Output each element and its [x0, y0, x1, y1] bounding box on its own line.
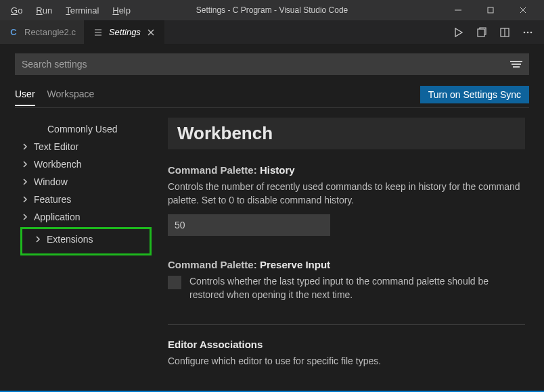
search-settings-input[interactable] [22, 59, 510, 70]
svg-point-15 [530, 31, 532, 33]
setting-editor-associations: Editor Associations Configure which edit… [168, 339, 525, 368]
minimize-button[interactable] [443, 0, 474, 20]
setting-title: Command Palette: History [168, 164, 525, 176]
tree-workbench[interactable]: Workbench [15, 155, 157, 173]
chevron-right-icon [20, 160, 30, 169]
close-button[interactable] [507, 0, 539, 20]
setting-title: Editor Associations [168, 339, 525, 350]
close-icon[interactable] [146, 28, 156, 37]
tree-text-editor[interactable]: Text Editor [15, 138, 157, 155]
run-icon[interactable] [452, 26, 466, 39]
menu-terminal[interactable]: Terminal [60, 3, 104, 18]
menu-help[interactable]: Help [107, 3, 136, 18]
tree-application[interactable]: Application [15, 208, 157, 226]
section-header: Workbench [168, 118, 525, 149]
scope-tab-workspace[interactable]: Workspace [47, 83, 95, 106]
c-lang-icon: C [8, 27, 19, 38]
chevron-right-icon [20, 212, 30, 222]
search-row [0, 44, 544, 82]
tab-settings[interactable]: Settings [85, 20, 164, 44]
svg-point-13 [524, 31, 526, 33]
settings-list-icon [93, 27, 104, 38]
filter-icon[interactable] [510, 58, 522, 70]
svg-rect-10 [478, 29, 484, 36]
tab-label: Settings [109, 27, 141, 37]
chevron-right-icon [33, 235, 43, 244]
separator [168, 324, 525, 325]
chevron-right-icon [20, 195, 30, 204]
window-title: Settings - C Program - Visual Studio Cod… [196, 5, 348, 15]
scope-tab-user[interactable]: User [15, 83, 35, 106]
menu-bar: Go Run Terminal Help [5, 3, 136, 18]
open-settings-json-icon[interactable] [475, 26, 489, 39]
window-controls [443, 0, 539, 20]
menu-go[interactable]: Go [5, 3, 28, 18]
svg-rect-1 [488, 7, 493, 13]
setting-description: Controls the number of recently used com… [168, 180, 525, 207]
svg-marker-9 [455, 28, 462, 36]
setting-title: Command Palette: Preserve Input [168, 259, 525, 270]
tree-features[interactable]: Features [15, 191, 157, 208]
scope-tabs: User Workspace [15, 83, 94, 106]
setting-command-palette-history: Command Palette: History Controls the nu… [168, 164, 525, 236]
tree-window[interactable]: Window [15, 173, 157, 191]
maximize-button[interactable] [475, 0, 506, 20]
tree-extensions[interactable]: Extensions [22, 230, 150, 248]
search-settings-box [15, 53, 529, 75]
settings-body: Commonly Used Text Editor Workbench Wind… [0, 108, 544, 391]
editor-tab-bar: C Rectangle2.c Settings [0, 20, 544, 44]
svg-point-14 [527, 31, 529, 33]
menu-run[interactable]: Run [30, 3, 58, 18]
tab-label: Rectangle2.c [24, 27, 76, 37]
tree-commonly-used[interactable]: Commonly Used [15, 120, 157, 138]
settings-sync-button[interactable]: Turn on Settings Sync [420, 86, 529, 103]
scope-row: User Workspace Turn on Settings Sync [0, 82, 544, 107]
history-value-input[interactable] [168, 214, 330, 236]
highlight-annotation: Extensions [20, 227, 152, 255]
setting-command-palette-preserve-input: Command Palette: Preserve Input Controls… [168, 259, 525, 302]
setting-description: Configure which editor to use for specif… [168, 354, 525, 368]
split-editor-icon[interactable] [498, 26, 512, 39]
chevron-right-icon [20, 177, 30, 187]
settings-content: Workbench Command Palette: History Contr… [157, 118, 544, 391]
chevron-right-icon [20, 142, 30, 151]
editor-actions [452, 20, 544, 44]
tab-rectangle-c[interactable]: C Rectangle2.c [0, 20, 85, 44]
more-actions-icon[interactable] [521, 26, 535, 39]
preserve-input-checkbox[interactable] [168, 276, 181, 289]
title-bar: Go Run Terminal Help Settings - C Progra… [0, 0, 544, 20]
settings-tree: Commonly Used Text Editor Workbench Wind… [15, 118, 157, 391]
setting-description: Controls whether the last typed input to… [189, 274, 525, 302]
